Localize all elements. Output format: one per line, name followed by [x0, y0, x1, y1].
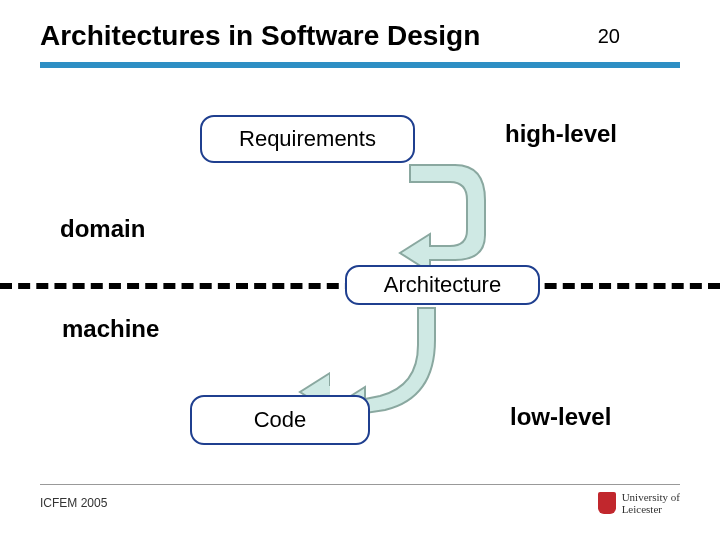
affiliation-line2: Leicester	[622, 503, 680, 515]
architecture-label: Architecture	[384, 272, 501, 298]
title-bar: Architectures in Software Design 20	[40, 20, 680, 68]
requirements-box: Requirements	[200, 115, 415, 163]
code-box: Code	[190, 395, 370, 445]
footer: ICFEM 2005 University of Leicester	[40, 484, 680, 515]
slide-title: Architectures in Software Design	[40, 20, 480, 51]
machine-label: machine	[62, 315, 159, 343]
footer-conference: ICFEM 2005	[40, 496, 107, 510]
footer-affiliation: University of Leicester	[598, 491, 680, 515]
arrow-requirements-to-architecture	[395, 160, 505, 275]
domain-label: domain	[60, 215, 145, 243]
university-shield-icon	[598, 492, 616, 514]
architecture-box: Architecture	[345, 265, 540, 305]
requirements-label: Requirements	[239, 126, 376, 152]
code-label: Code	[254, 407, 307, 433]
affiliation-line1: University of	[622, 491, 680, 503]
page-number: 20	[598, 25, 620, 48]
low-level-label: low-level	[510, 403, 611, 431]
title-underline	[40, 62, 680, 68]
high-level-label: high-level	[505, 120, 617, 148]
